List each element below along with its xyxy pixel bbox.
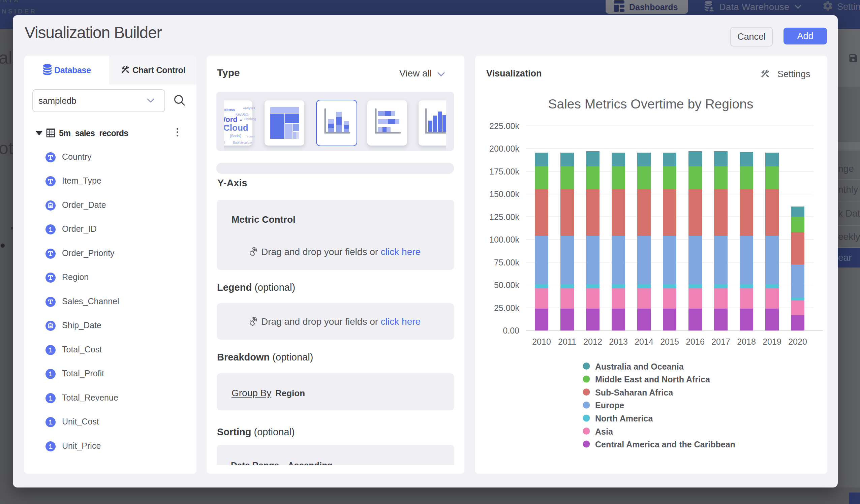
svg-text:2015: 2015 — [660, 337, 679, 346]
svg-text:Asia: Asia — [595, 427, 613, 436]
svg-text:Australia and Oceania: Australia and Oceania — [595, 362, 684, 371]
svg-text:100.00k: 100.00k — [489, 235, 519, 244]
svg-text:25.00k: 25.00k — [494, 303, 520, 313]
svg-text:150.00k: 150.00k — [489, 189, 519, 199]
svg-text:2012: 2012 — [583, 337, 602, 346]
svg-text:225.00k: 225.00k — [489, 121, 519, 131]
svg-text:200.00k: 200.00k — [489, 144, 519, 153]
svg-text:2017: 2017 — [712, 337, 730, 346]
svg-text:2019: 2019 — [763, 337, 782, 346]
svg-text:Middle East and North Africa: Middle East and North Africa — [595, 375, 711, 384]
svg-text:Sales Metrics Overtime by Regi: Sales Metrics Overtime by Regions — [548, 97, 753, 111]
svg-text:0.00: 0.00 — [503, 326, 519, 335]
svg-text:2016: 2016 — [686, 337, 705, 346]
svg-text:2011: 2011 — [558, 337, 576, 346]
svg-text:2020: 2020 — [788, 337, 807, 346]
svg-text:2014: 2014 — [634, 337, 654, 346]
svg-text:Sub-Saharan Africa: Sub-Saharan Africa — [595, 388, 673, 397]
svg-text:2010: 2010 — [532, 337, 551, 346]
svg-text:175.00k: 175.00k — [489, 167, 519, 176]
svg-text:50.00k: 50.00k — [494, 280, 520, 290]
svg-text:Central America and the Caribb: Central America and the Caribbean — [595, 440, 735, 449]
svg-text:75.00k: 75.00k — [494, 258, 520, 267]
svg-text:Europe: Europe — [595, 401, 624, 410]
svg-text:125.00k: 125.00k — [489, 212, 519, 222]
svg-text:2018: 2018 — [737, 337, 756, 346]
svg-text:North America: North America — [595, 414, 653, 423]
svg-text:2013: 2013 — [609, 337, 628, 346]
